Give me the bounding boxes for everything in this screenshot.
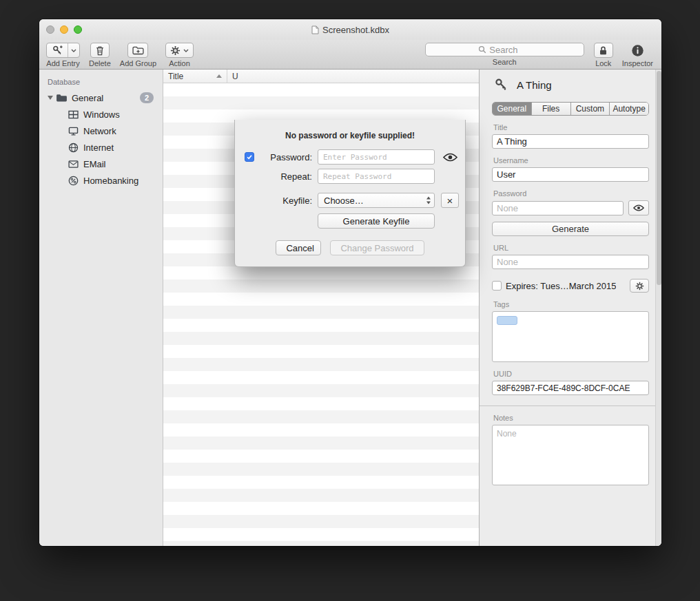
search-icon <box>478 45 486 54</box>
sidebar-item-homebanking[interactable]: Homebanking <box>39 172 163 189</box>
change-password-button[interactable]: Change Password <box>330 240 424 255</box>
uuid-field[interactable] <box>492 381 649 395</box>
dialog-password-input[interactable] <box>318 149 435 165</box>
inspector-label: Inspector <box>622 59 653 67</box>
sidebar-item-network[interactable]: Network <box>39 123 163 139</box>
app-window: Screenshot.kdbx Add Entry Delete <box>39 19 661 546</box>
gear-icon <box>170 45 181 56</box>
reveal-password-button[interactable] <box>628 200 649 215</box>
close-button[interactable] <box>46 25 54 34</box>
dialog-keyfile-label: Keyfile: <box>260 196 318 206</box>
entry-title: A Thing <box>517 79 552 91</box>
uuid-label: UUID <box>493 370 649 378</box>
minimize-button[interactable] <box>60 25 68 34</box>
title-field-label: Title <box>493 123 649 131</box>
scrollbar-thumb[interactable] <box>657 71 661 285</box>
content-area: Database General 2 Windows Network <box>39 70 661 546</box>
eye-icon <box>633 204 644 211</box>
cancel-button[interactable]: Cancel <box>276 240 321 255</box>
tags-label: Tags <box>493 300 649 308</box>
title-field[interactable] <box>492 134 649 149</box>
key-plus-icon[interactable] <box>47 43 68 57</box>
password-field[interactable] <box>492 201 624 215</box>
add-entry-button[interactable] <box>46 43 80 58</box>
chevron-down-icon <box>183 49 189 52</box>
tab-custom[interactable]: Custom <box>571 103 610 115</box>
generate-keyfile-button[interactable]: Generate Keyfile <box>318 213 435 229</box>
password-field-label: Password <box>493 189 649 198</box>
zoom-button[interactable] <box>74 25 82 34</box>
entry-count-badge: 2 <box>140 92 154 103</box>
info-circle-icon <box>631 44 644 57</box>
search-input[interactable] <box>489 45 531 55</box>
dialog-password-label: Password: <box>260 152 318 162</box>
sidebar-item-label: General <box>72 93 103 103</box>
lock-icon <box>599 45 608 56</box>
sidebar-item-general[interactable]: General 2 <box>39 89 163 106</box>
folder-icon <box>55 92 68 104</box>
column-header-username[interactable]: U <box>227 70 243 83</box>
expires-row: Expires: Tues…March 2015 <box>492 279 649 293</box>
notes-field[interactable] <box>492 425 649 485</box>
sidebar-item-label: Homebanking <box>83 176 138 186</box>
search-field[interactable] <box>425 43 584 56</box>
url-field-label: URL <box>493 244 649 252</box>
notes-label: Notes <box>493 414 649 422</box>
inspector-tabs: General Files Custom Autotype <box>492 102 649 116</box>
add-group-label: Add Group <box>120 59 156 67</box>
eye-icon <box>443 153 457 162</box>
add-entry-toolbar-item: Add Entry <box>46 43 80 67</box>
sidebar-header: Database <box>39 75 163 89</box>
add-group-toolbar-item: Add Group <box>120 43 156 67</box>
dialog-repeat-input[interactable] <box>318 169 435 184</box>
add-group-button[interactable] <box>127 43 148 58</box>
inspector-scrollbar[interactable] <box>655 70 661 546</box>
chevron-down-icon[interactable] <box>68 43 79 57</box>
keyfile-dropdown[interactable]: Choose… <box>318 193 435 208</box>
sidebar-item-internet[interactable]: Internet <box>39 139 163 156</box>
generate-password-button[interactable]: Generate <box>492 222 649 236</box>
delete-label: Delete <box>89 59 111 67</box>
expires-checkbox[interactable] <box>492 281 502 291</box>
folder-plus-icon <box>132 46 144 55</box>
tab-general[interactable]: General <box>493 103 532 115</box>
stepper-icon <box>426 196 431 205</box>
traffic-lights <box>46 25 82 34</box>
password-checkbox[interactable] <box>245 152 254 162</box>
lock-button[interactable] <box>594 43 613 58</box>
tags-box[interactable] <box>492 311 649 362</box>
search-toolbar-item: Search <box>425 43 584 66</box>
action-button[interactable] <box>165 43 194 58</box>
inspector-button[interactable] <box>627 43 648 58</box>
sidebar-item-label: Internet <box>83 143 114 153</box>
tab-autotype[interactable]: Autotype <box>610 103 648 115</box>
username-field[interactable] <box>492 167 649 182</box>
dialog-repeat-label: Repeat: <box>260 171 318 182</box>
delete-button[interactable] <box>90 43 110 58</box>
delete-toolbar-item: Delete <box>89 43 111 67</box>
tab-files[interactable]: Files <box>532 103 571 115</box>
lock-label: Lock <box>595 59 611 67</box>
title-bar[interactable]: Screenshot.kdbx <box>39 19 661 40</box>
expires-settings-button[interactable] <box>630 279 649 293</box>
trash-icon <box>95 45 105 56</box>
expires-label: Expires: Tues…March 2015 <box>506 281 616 291</box>
action-label: Action <box>169 59 190 67</box>
gear-icon <box>635 282 644 291</box>
dialog-reveal-password-button[interactable] <box>435 153 465 162</box>
column-header-title[interactable]: Title <box>163 70 227 83</box>
url-field[interactable] <box>492 255 649 269</box>
percent-coin-icon <box>67 174 79 187</box>
inspector-panel: A Thing General Files Custom Autotype Ti… <box>479 70 661 546</box>
sidebar-item-label: EMail <box>83 159 106 169</box>
window-title: Screenshot.kdbx <box>311 25 389 35</box>
key-icon <box>494 78 508 92</box>
clear-keyfile-button[interactable]: × <box>441 193 459 208</box>
sidebar-item-label: Windows <box>83 109 120 120</box>
tag-chip[interactable] <box>497 316 517 325</box>
sidebar-item-windows[interactable]: Windows <box>39 106 163 123</box>
sidebar-item-email[interactable]: EMail <box>39 156 163 172</box>
inspector-toolbar-item: Inspector <box>622 43 653 67</box>
disclosure-triangle-icon[interactable] <box>45 96 54 100</box>
username-field-label: Username <box>493 156 649 165</box>
